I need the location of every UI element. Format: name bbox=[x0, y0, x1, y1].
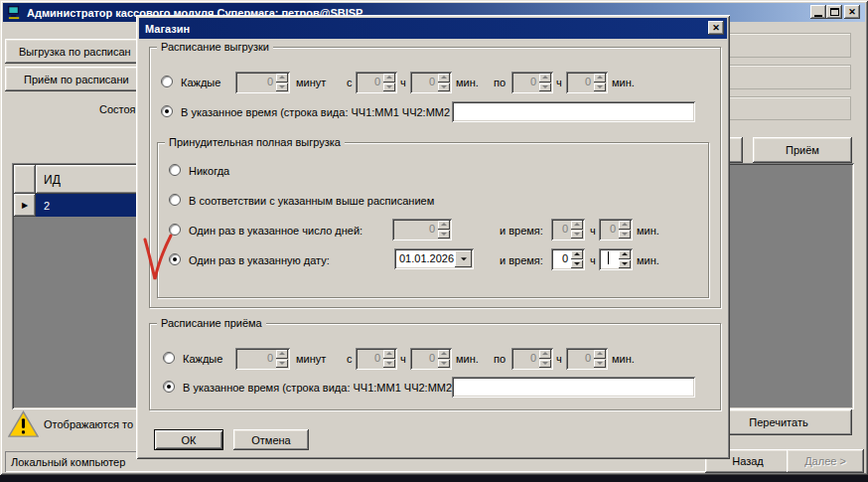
spin-down-icon[interactable] bbox=[383, 360, 395, 369]
chevron-down-icon[interactable] bbox=[455, 250, 472, 267]
force-days-min-spinner[interactable]: 0 bbox=[599, 219, 633, 241]
upload-by-schedule-button[interactable]: Выгрузка по расписан bbox=[5, 39, 154, 64]
spin-down-icon[interactable] bbox=[619, 231, 631, 240]
upload-h2-label: ч bbox=[556, 77, 562, 88]
spin-up-icon[interactable] bbox=[438, 221, 450, 230]
receive-attime-radio[interactable] bbox=[163, 381, 175, 393]
force-days-hour-spinner[interactable]: 0 bbox=[551, 219, 585, 241]
upload-every-radio[interactable] bbox=[161, 76, 173, 87]
force-date-time-label: и время: bbox=[500, 254, 543, 266]
receive-min2-label: мин. bbox=[612, 353, 635, 365]
spin-down-icon[interactable] bbox=[438, 360, 450, 369]
spin-up-icon[interactable] bbox=[276, 74, 288, 82]
receive-h2-label: ч bbox=[556, 353, 562, 365]
receive-to-hour-spinner[interactable]: 0 bbox=[511, 348, 553, 370]
spinner-value: 0 bbox=[356, 72, 383, 93]
upload-to-min-spinner[interactable]: 0 bbox=[566, 72, 608, 93]
spin-down-icon[interactable] bbox=[438, 83, 450, 92]
receive-times-input[interactable] bbox=[452, 377, 695, 398]
spin-down-icon[interactable] bbox=[383, 83, 395, 92]
upload-schedule-group-title: Расписание выгрузки bbox=[157, 41, 273, 53]
upload-to-hour-spinner[interactable]: 0 bbox=[511, 72, 553, 93]
desktop-strip bbox=[0, 475, 868, 482]
dialog-title-bar[interactable]: Магазин bbox=[139, 18, 727, 39]
receive-button-label: Приём bbox=[786, 144, 819, 156]
receive-by-schedule-label: Приём по расписани bbox=[24, 74, 129, 85]
spin-up-icon[interactable] bbox=[438, 350, 450, 359]
force-date-min-label: мин. bbox=[637, 254, 659, 266]
close-button[interactable]: ✕ bbox=[844, 5, 860, 19]
force-date-min-spinner[interactable] bbox=[599, 248, 633, 270]
spin-down-icon[interactable] bbox=[594, 360, 606, 369]
spin-down-icon[interactable] bbox=[619, 260, 631, 269]
spin-down-icon[interactable] bbox=[571, 260, 583, 269]
spinner-value: 0 bbox=[566, 72, 594, 93]
upload-from-hour-spinner[interactable]: 0 bbox=[356, 72, 397, 93]
force-date-label: Один раз в указанную дату: bbox=[189, 254, 330, 266]
ok-button-label: ОК bbox=[182, 434, 197, 446]
force-date-combobox[interactable]: 01.01.2026 bbox=[394, 248, 474, 269]
store-dialog: Магазин ✕ Расписание выгрузки Каждые 0 м… bbox=[136, 15, 730, 459]
upload-min2-label: мин. bbox=[612, 77, 635, 88]
grid-row-marker-cell[interactable]: ▶ bbox=[14, 194, 36, 217]
upload-attime-label: В указанное время (строка вида: ЧЧ1:ММ1 … bbox=[181, 106, 466, 118]
receive-h1-label: ч bbox=[400, 353, 406, 365]
receive-by-schedule-button[interactable]: Приём по расписани bbox=[5, 67, 154, 91]
spin-down-icon[interactable] bbox=[539, 360, 551, 369]
spin-up-icon[interactable] bbox=[383, 350, 395, 359]
receive-from-min-spinner[interactable]: 0 bbox=[410, 348, 452, 370]
spin-up-icon[interactable] bbox=[438, 74, 450, 82]
spinner-value: 0 bbox=[356, 348, 383, 370]
spin-up-icon[interactable] bbox=[571, 221, 583, 230]
upload-every-minutes-spinner[interactable]: 0 bbox=[235, 72, 290, 93]
maximize-icon bbox=[830, 8, 839, 16]
spin-down-icon[interactable] bbox=[539, 83, 551, 92]
force-never-radio[interactable] bbox=[169, 164, 181, 176]
force-never-label: Никогда bbox=[189, 165, 229, 177]
spin-up-icon[interactable] bbox=[276, 350, 288, 359]
force-date-hour-spinner[interactable]: 0 bbox=[551, 248, 585, 270]
upload-attime-radio[interactable] bbox=[161, 105, 173, 117]
force-schedule-label: В соответствии с указанным выше расписан… bbox=[189, 195, 434, 207]
spin-down-icon[interactable] bbox=[594, 83, 606, 92]
dialog-title: Магазин bbox=[145, 23, 190, 35]
receive-every-radio[interactable] bbox=[163, 352, 175, 364]
cancel-button[interactable]: Отмена bbox=[233, 429, 309, 450]
warning-text: Отображаются то bbox=[44, 418, 133, 430]
maximize-button[interactable] bbox=[826, 5, 842, 19]
dialog-close-button[interactable]: ✕ bbox=[708, 21, 724, 35]
spin-up-icon[interactable] bbox=[594, 74, 606, 82]
force-days-h-label: ч bbox=[590, 225, 596, 237]
spin-up-icon[interactable] bbox=[594, 350, 606, 359]
spin-down-icon[interactable] bbox=[571, 231, 583, 240]
spin-down-icon[interactable] bbox=[276, 83, 288, 92]
minimize-button[interactable] bbox=[810, 5, 826, 19]
ok-button[interactable]: ОК bbox=[154, 429, 223, 450]
spinner-value: 0 bbox=[392, 219, 438, 241]
force-schedule-radio[interactable] bbox=[169, 194, 181, 206]
spin-up-icon[interactable] bbox=[539, 350, 551, 359]
upload-times-input[interactable] bbox=[452, 101, 695, 122]
spin-up-icon[interactable] bbox=[539, 74, 551, 82]
receive-from-label: с bbox=[347, 353, 353, 365]
spin-up-icon[interactable] bbox=[571, 250, 583, 259]
receive-button[interactable]: Приём bbox=[753, 137, 852, 163]
spinner-value: 0 bbox=[511, 348, 539, 370]
spin-up-icon[interactable] bbox=[619, 250, 631, 259]
receive-from-hour-spinner[interactable]: 0 bbox=[356, 348, 397, 370]
spinner-value: 0 bbox=[410, 72, 438, 93]
upload-from-min-spinner[interactable]: 0 bbox=[410, 72, 452, 93]
spin-down-icon[interactable] bbox=[276, 360, 288, 369]
receive-to-min-spinner[interactable]: 0 bbox=[566, 348, 608, 370]
next-button[interactable]: Далее > bbox=[787, 449, 864, 473]
spin-down-icon[interactable] bbox=[438, 231, 450, 240]
spinner-value bbox=[599, 248, 619, 270]
upload-from-label: с bbox=[347, 77, 353, 88]
receive-every-minutes-spinner[interactable]: 0 bbox=[235, 348, 290, 370]
spinner-value: 0 bbox=[235, 72, 276, 93]
force-days-spinner[interactable]: 0 bbox=[392, 219, 452, 241]
warning-icon bbox=[8, 410, 39, 440]
spin-up-icon[interactable] bbox=[619, 221, 631, 230]
spin-up-icon[interactable] bbox=[383, 74, 395, 82]
force-date-h-label: ч bbox=[590, 254, 596, 266]
